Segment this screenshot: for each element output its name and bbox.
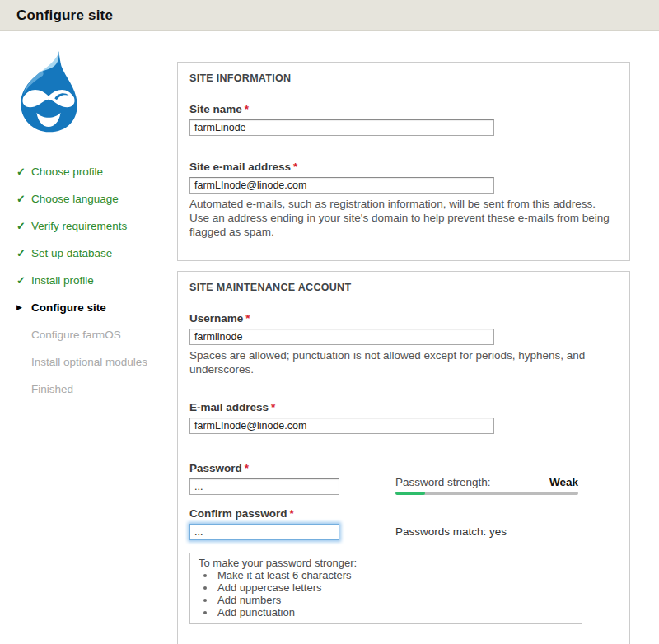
site-information-legend: SITE INFORMATION: [189, 72, 618, 84]
password-strength-bar: [395, 492, 578, 495]
check-icon: ✓: [16, 221, 31, 231]
site-email-label: Site e-mail address*: [189, 161, 618, 173]
sidebar-step-label: Verify requirements: [31, 220, 127, 232]
sidebar-step-label: Install optional modules: [31, 356, 147, 368]
sidebar-step-choose-profile: ✓Choose profile: [0, 158, 177, 185]
required-asterisk: *: [245, 462, 249, 474]
check-icon: ✓: [16, 166, 31, 177]
sidebar-step-label: Install profile: [31, 274, 94, 287]
sidebar-step-finished: Finished: [0, 376, 177, 403]
password-input[interactable]: [189, 478, 339, 495]
password-tip-item: Make it at least 6 characters: [216, 569, 573, 581]
sidebar-step-set-up-database: ✓Set up database: [0, 240, 177, 267]
password-tip-item: Add numbers: [216, 594, 573, 606]
required-asterisk: *: [245, 312, 250, 324]
check-icon: ✓: [16, 275, 31, 286]
required-asterisk: *: [245, 103, 249, 115]
password-strength-label: Password strength:: [395, 476, 491, 488]
account-email-form-item: E-mail address*: [189, 401, 618, 434]
install-steps: ✓Choose profile✓Choose language✓Verify r…: [0, 158, 177, 403]
username-form-item: Username* Spaces are allowed; punctuatio…: [189, 312, 618, 376]
sidebar-step-label: Choose profile: [31, 166, 103, 178]
account-email-input[interactable]: [189, 418, 494, 434]
drupal-logo-icon: [11, 51, 86, 135]
password-tips-box: To make your password stronger: Make it …: [189, 553, 582, 624]
sidebar-step-install-optional-modules: Install optional modules: [0, 348, 177, 376]
site-email-form-item: Site e-mail address* Automated e-mails, …: [189, 161, 618, 239]
sidebar-step-configure-farmos: Configure farmOS: [0, 321, 177, 348]
required-asterisk: *: [271, 401, 275, 413]
check-icon: ✓: [16, 248, 31, 259]
page-title: Configure site: [16, 7, 113, 24]
site-name-form-item: Site name*: [189, 103, 618, 136]
password-tips-list: Make it at least 6 charactersAdd upperca…: [199, 569, 573, 618]
password-strength-fill: [395, 492, 425, 495]
passwords-match-status: Passwords match: yes: [395, 525, 578, 538]
password-tips-intro: To make your password stronger:: [199, 557, 573, 569]
confirm-password-input[interactable]: [189, 524, 339, 540]
site-email-input[interactable]: [189, 177, 494, 194]
maintenance-account-fieldset: SITE MAINTENANCE ACCOUNT Username* Space…: [177, 271, 630, 644]
site-name-label: Site name*: [189, 103, 618, 115]
confirm-password-label: Confirm password*: [189, 507, 339, 520]
sidebar-step-label: Finished: [31, 383, 73, 395]
sidebar-step-configure-site: ▶Configure site: [0, 294, 177, 321]
password-row: Password* Password strength: Weak: [189, 462, 618, 495]
check-icon: ✓: [16, 194, 31, 204]
required-asterisk: *: [293, 161, 297, 173]
site-email-description: Automated e-mails, such as registration …: [189, 197, 618, 239]
username-input[interactable]: [189, 329, 494, 345]
sidebar-step-label: Configure site: [31, 301, 106, 314]
username-label: Username*: [189, 312, 618, 324]
sidebar-step-label: Configure farmOS: [31, 329, 121, 341]
maintenance-account-legend: SITE MAINTENANCE ACCOUNT: [189, 282, 618, 293]
sidebar-step-label: Choose language: [31, 193, 119, 205]
confirm-password-row: Confirm password* Passwords match: yes: [189, 507, 618, 540]
sidebar-step-choose-language: ✓Choose language: [0, 185, 177, 212]
sidebar-step-label: Set up database: [31, 247, 112, 259]
main-content: SITE INFORMATION Site name* Site e-mail …: [177, 31, 630, 644]
sidebar-step-verify-requirements: ✓Verify requirements: [0, 212, 177, 240]
password-strength-level: Weak: [549, 476, 578, 488]
password-tip-item: Add punctuation: [216, 606, 573, 618]
page-header: Configure site: [0, 0, 659, 31]
site-name-input[interactable]: [189, 119, 494, 136]
required-asterisk: *: [290, 507, 294, 520]
sidebar-step-install-profile: ✓Install profile: [0, 267, 177, 294]
site-information-fieldset: SITE INFORMATION Site name* Site e-mail …: [177, 62, 630, 261]
install-sidebar: ✓Choose profile✓Choose language✓Verify r…: [0, 31, 177, 644]
account-email-label: E-mail address*: [189, 401, 618, 413]
arrow-right-icon: ▶: [16, 304, 31, 311]
password-tip-item: Add uppercase letters: [216, 581, 573, 594]
username-description: Spaces are allowed; punctuation is not a…: [189, 348, 618, 376]
password-label: Password*: [189, 462, 339, 474]
